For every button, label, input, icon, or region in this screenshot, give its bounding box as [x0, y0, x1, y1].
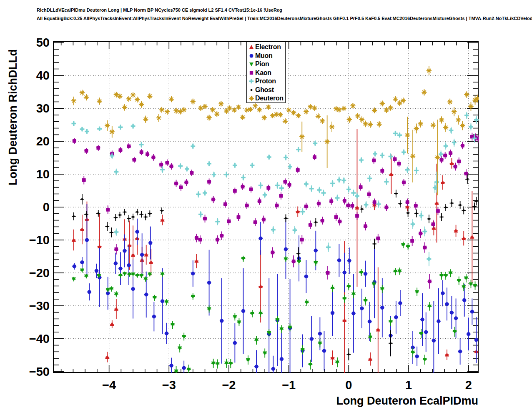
svg-text:−40: −40	[29, 332, 50, 345]
legend-label: Electron	[255, 43, 281, 51]
legend-label: Pion	[255, 60, 269, 68]
svg-text:10: 10	[36, 168, 50, 181]
svg-text:−1: −1	[282, 378, 296, 392]
legend-item-kaon: Kaon	[248, 69, 285, 78]
legend-box: Electron Muon Pion Kaon Proton Ghost Deu…	[246, 42, 286, 103]
proton-marker-icon	[248, 78, 254, 84]
svg-text:1: 1	[405, 378, 412, 392]
legend-label: Muon	[255, 52, 272, 60]
root-canvas: RichDLLdVEcalPIDmu Deuteron Long | MLP N…	[0, 0, 532, 415]
svg-text:0: 0	[43, 200, 50, 214]
legend-item-electron: Electron	[248, 43, 285, 52]
kaon-marker-icon	[248, 70, 254, 76]
svg-text:30: 30	[36, 102, 50, 115]
svg-text:−4: −4	[102, 378, 116, 392]
legend-item-ghost: Ghost	[248, 86, 285, 95]
svg-text:2: 2	[465, 378, 472, 392]
legend-item-muon: Muon	[248, 52, 285, 60]
svg-text:−20: −20	[29, 266, 50, 280]
legend-item-pion: Pion	[248, 60, 285, 69]
svg-text:−30: −30	[29, 299, 50, 312]
svg-text:−50: −50	[29, 365, 50, 378]
svg-text:40: 40	[36, 69, 50, 82]
pion-marker-icon	[248, 61, 254, 67]
legend-label: Ghost	[255, 86, 274, 94]
svg-text:0: 0	[345, 378, 352, 392]
electron-marker-icon	[248, 44, 254, 50]
deuteron-marker-icon	[248, 95, 254, 101]
svg-text:−3: −3	[162, 378, 176, 392]
svg-text:20: 20	[36, 135, 50, 148]
legend-item-proton: Proton	[248, 77, 285, 86]
svg-text:50: 50	[36, 36, 50, 49]
series-proton	[71, 112, 478, 266]
muon-marker-icon	[248, 53, 254, 59]
legend-label: Kaon	[255, 69, 271, 77]
svg-text:−10: −10	[29, 233, 50, 247]
legend-item-deuteron: Deuteron	[248, 94, 285, 103]
ghost-marker-icon	[248, 87, 254, 93]
y-axis-title: Long Deuteron RichDLLd	[7, 42, 21, 185]
series-kaon	[72, 133, 480, 289]
x-axis-title: Long Deuteron EcalPIDmu	[336, 395, 478, 408]
legend-label: Proton	[255, 78, 276, 85]
series-electron	[72, 129, 479, 399]
legend-label: Deuteron	[255, 95, 284, 102]
svg-text:−2: −2	[222, 378, 236, 392]
